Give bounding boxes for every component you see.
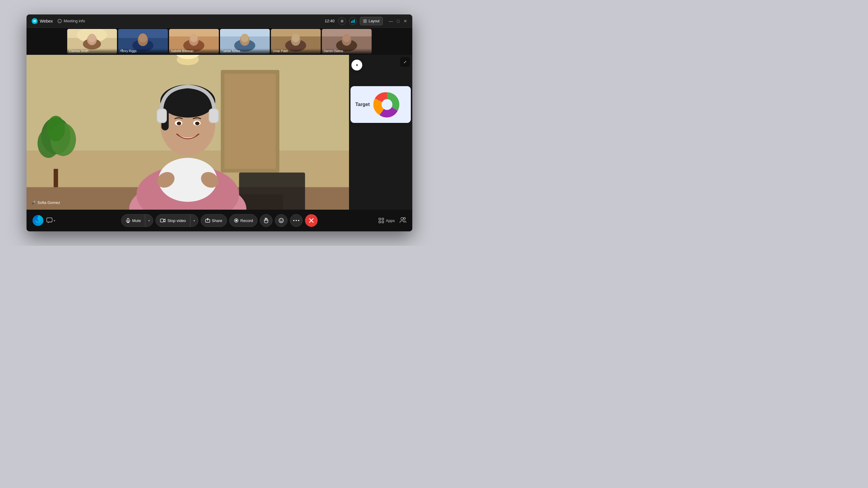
svg-rect-84 xyxy=(47,218,52,222)
app-name: Webex xyxy=(40,19,53,24)
svg-rect-11 xyxy=(365,22,367,23)
svg-rect-78 xyxy=(157,109,166,122)
speaker-mute-icon: 🎤 xyxy=(31,201,36,205)
raise-hand-btn[interactable] xyxy=(260,214,273,227)
svg-point-27 xyxy=(190,34,198,42)
mute-dropdown-btn[interactable]: ▾ xyxy=(145,215,153,227)
svg-point-75 xyxy=(177,122,181,125)
svg-rect-9 xyxy=(365,19,367,21)
svg-point-93 xyxy=(280,220,281,220)
share-btn[interactable]: Share xyxy=(201,214,227,227)
minimize-btn[interactable]: — xyxy=(389,19,393,23)
svg-point-4 xyxy=(341,20,343,22)
maximize-btn[interactable]: □ xyxy=(396,19,400,23)
chart-card: Target xyxy=(350,86,411,123)
share-label: Share xyxy=(212,218,222,223)
svg-rect-6 xyxy=(352,20,353,23)
right-panel: ▾ ⤢ Target xyxy=(349,55,412,210)
svg-point-81 xyxy=(381,99,393,110)
reaction-icon xyxy=(278,218,284,223)
more-icon xyxy=(293,220,299,221)
mute-btn-main[interactable]: Mute xyxy=(121,215,145,227)
mute-icon-henry: 🎤 xyxy=(119,49,123,53)
thumbnail-clarissa[interactable]: Clarissa Smith xyxy=(67,29,117,54)
settings-icon-btn[interactable] xyxy=(338,17,346,25)
end-call-btn[interactable] xyxy=(305,214,318,227)
svg-rect-7 xyxy=(354,19,355,23)
thumbnails-strip: Clarissa Smith 🎤 Henry Riggs xyxy=(27,28,412,55)
layout-btn[interactable]: Layout xyxy=(360,17,383,25)
svg-marker-83 xyxy=(37,218,38,219)
chevron-down-icon-video: ▾ xyxy=(193,219,195,222)
toolbar-center: Mute ▾ Stop video ▾ xyxy=(121,214,318,227)
toolbar: ▾ Mute ▾ xyxy=(27,210,412,231)
svg-point-92 xyxy=(279,218,284,223)
panel-collapse-btn[interactable]: ▾ xyxy=(351,60,362,70)
participants-btn[interactable] xyxy=(400,217,406,224)
thumbnail-umar[interactable]: Umar Patel xyxy=(271,29,321,54)
svg-rect-100 xyxy=(379,218,381,220)
app-logo: W Webex xyxy=(31,18,53,24)
apps-icon xyxy=(378,218,384,223)
svg-rect-72 xyxy=(191,94,198,104)
chat-btn[interactable]: ▾ xyxy=(46,218,55,224)
svg-point-105 xyxy=(404,218,405,219)
svg-point-94 xyxy=(282,220,282,220)
main-video: 🎤 Sofia Gomez xyxy=(27,55,349,210)
analytics-icon-btn[interactable] xyxy=(349,17,357,25)
hand-icon xyxy=(264,218,269,223)
meeting-info-btn[interactable]: i Meeting info xyxy=(58,19,85,23)
thumb-name-clarissa: Clarissa Smith xyxy=(67,48,117,54)
layout-label: Layout xyxy=(369,19,379,23)
webex-circle-btn[interactable] xyxy=(33,215,43,226)
main-area: 🎤 Sofia Gomez ▾ ⤢ Target xyxy=(27,55,412,210)
more-options-btn[interactable] xyxy=(290,214,303,227)
thumb-name-henry: 🎤 Henry Riggs xyxy=(118,48,168,54)
chevron-down-icon: ▾ xyxy=(356,63,358,67)
record-btn[interactable]: Record xyxy=(229,214,258,227)
thumb-name-umar: Umar Patel xyxy=(271,48,321,54)
expand-icon: ⤢ xyxy=(404,60,407,64)
svg-text:i: i xyxy=(59,20,60,23)
svg-point-95 xyxy=(293,220,294,221)
titlebar: W Webex i Meeting info 12:40 xyxy=(27,14,412,28)
stop-video-label: Stop video xyxy=(167,218,186,223)
stop-video-split-btn[interactable]: Stop video ▾ xyxy=(156,214,198,227)
speaker-name-text: Sofia Gomez xyxy=(37,200,60,205)
toolbar-left: ▾ xyxy=(33,215,55,226)
thumb-name-marise: 🎤 Marise Torres xyxy=(220,48,270,54)
clock: 12:40 xyxy=(324,19,335,23)
stop-video-dropdown-btn[interactable]: ▾ xyxy=(190,215,198,227)
participants-icon xyxy=(400,217,406,223)
mic-icon xyxy=(126,218,130,223)
share-icon xyxy=(205,218,210,223)
mute-split-btn[interactable]: Mute ▾ xyxy=(121,214,153,227)
stop-video-btn-main[interactable]: Stop video xyxy=(156,215,190,227)
meeting-info-label: Meeting info xyxy=(64,19,85,23)
svg-rect-80 xyxy=(210,109,218,122)
end-call-icon xyxy=(308,218,314,224)
svg-text:W: W xyxy=(33,20,36,23)
thumbnail-isabelle[interactable]: Isabelle Brennan xyxy=(169,29,219,54)
thumbnail-marise[interactable]: 🎤 Marise Torres xyxy=(220,29,270,54)
svg-rect-8 xyxy=(363,19,365,21)
window-controls: — □ ✕ xyxy=(389,19,407,23)
close-btn[interactable]: ✕ xyxy=(403,19,407,23)
thumb-name-darren: Darren Owens xyxy=(322,48,372,54)
svg-point-76 xyxy=(195,122,199,125)
thumb-name-isabelle: Isabelle Brennan xyxy=(169,48,219,54)
titlebar-icons: Layout xyxy=(338,17,383,25)
reaction-btn[interactable] xyxy=(275,214,287,227)
record-icon xyxy=(234,218,239,223)
apps-label: Apps xyxy=(386,218,395,223)
fullscreen-btn[interactable]: ⤢ xyxy=(400,57,410,67)
thumbnail-darren[interactable]: Darren Owens xyxy=(322,29,372,54)
svg-rect-103 xyxy=(382,221,384,223)
svg-point-42 xyxy=(343,34,350,42)
svg-rect-5 xyxy=(351,21,352,23)
speaker-name: 🎤 Sofia Gomez xyxy=(31,200,60,205)
thumbnail-henry[interactable]: 🎤 Henry Riggs xyxy=(118,29,168,54)
record-label: Record xyxy=(241,218,253,223)
svg-rect-102 xyxy=(379,221,381,223)
apps-btn[interactable]: Apps xyxy=(378,218,395,223)
